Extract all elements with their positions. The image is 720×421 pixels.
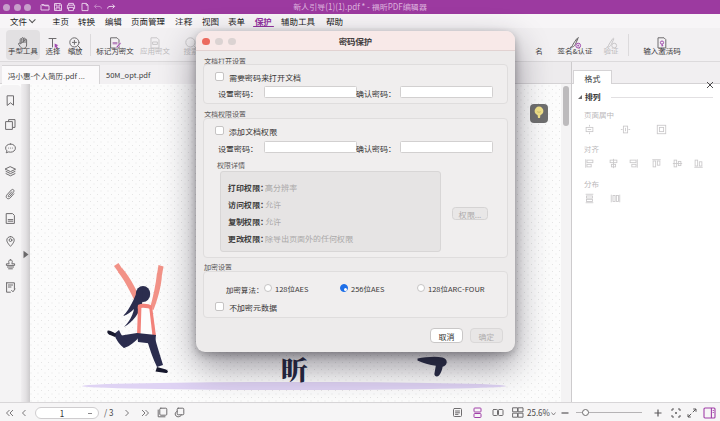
menu-page-management[interactable]: 页面管理 [131, 14, 165, 28]
tool-label: 签名&认证 [556, 46, 594, 55]
tool-label: 选择 [43, 46, 63, 55]
menu-edit[interactable]: 编辑 [105, 14, 122, 28]
align-middle-icon[interactable] [672, 158, 683, 169]
page-number-input[interactable]: 1 [35, 407, 99, 419]
document-tab-active[interactable]: 冯小惠-个人简历.pdf ... [2, 65, 100, 84]
align-right-icon[interactable] [628, 158, 639, 169]
confirm-password-input[interactable] [400, 141, 493, 153]
align-left-icon[interactable] [584, 158, 595, 169]
fit-page-icon[interactable] [671, 408, 681, 418]
bookmark-icon[interactable] [4, 94, 17, 107]
pages-icon[interactable] [4, 118, 17, 131]
checkbox-label: 不加密元数据 [229, 302, 277, 313]
zoom-tool-button[interactable]: 缩放 [65, 30, 85, 60]
undo-icon[interactable] [93, 2, 103, 12]
sign-button-partial[interactable]: 名 [530, 30, 548, 60]
radio-256-aes[interactable] [340, 284, 348, 292]
distribute-vertical-icon[interactable] [584, 193, 595, 204]
first-page-icon[interactable] [5, 409, 14, 417]
menu-view[interactable]: 视图 [202, 14, 219, 28]
single-page-icon[interactable] [452, 407, 463, 418]
menu-help[interactable]: 帮助 [326, 14, 343, 28]
layers-icon[interactable] [4, 165, 17, 178]
align-top-icon[interactable] [651, 158, 662, 169]
activation-code-button[interactable]: 输入激活码 [637, 30, 687, 60]
close-icon[interactable] [706, 70, 714, 78]
checkbox-label: 需要密码来打开文档 [229, 72, 301, 83]
tool-label: 名 [530, 46, 548, 55]
scrollbar-thumb[interactable] [563, 86, 569, 126]
snapshot-icon[interactable] [157, 407, 168, 418]
tool-label: 验证 [598, 46, 624, 55]
redact-apply-button[interactable]: 应用密文 [138, 30, 172, 60]
select-tool-button[interactable]: 选择 [43, 30, 63, 60]
no-metadata-checkbox[interactable] [215, 302, 224, 311]
tool-label: 输入激活码 [637, 46, 687, 55]
expand-arrow-icon[interactable] [22, 240, 29, 249]
document-icon[interactable] [4, 212, 17, 225]
redo-icon[interactable] [106, 2, 116, 12]
verify-button[interactable]: 验证 [598, 30, 624, 60]
perm-row-value: 允许 [265, 216, 281, 227]
center-horizontal-icon[interactable] [584, 124, 595, 135]
continuous-facing-icon[interactable] [512, 407, 524, 418]
format-tab[interactable]: 格式 [573, 70, 612, 84]
collapse-triangle-icon[interactable] [578, 95, 582, 99]
checkbox-label: 添加文档权限 [229, 126, 277, 137]
reader-mode-icon[interactable] [703, 407, 716, 419]
stamp-icon[interactable] [4, 258, 17, 271]
hand-tool-button[interactable]: 手型工具 [6, 30, 40, 60]
section-divider [611, 97, 713, 98]
page-number-value: 1 [36, 408, 88, 420]
permission-button[interactable]: 权限... [452, 207, 488, 220]
redact-mark-button[interactable]: 标记为密文 [96, 30, 134, 60]
distribute-horizontal-icon[interactable] [610, 193, 621, 204]
radio-128-arc-four[interactable] [417, 284, 425, 292]
vertical-scrollbar[interactable] [561, 84, 571, 402]
align-bottom-icon[interactable] [693, 158, 704, 169]
destination-pin-icon[interactable] [4, 235, 17, 248]
facing-page-icon[interactable] [492, 407, 504, 418]
set-password-input[interactable] [264, 141, 357, 153]
sign-icon [532, 31, 546, 45]
require-password-checkbox[interactable] [215, 72, 224, 81]
menu-comment[interactable]: 注释 [175, 14, 192, 28]
hint-button[interactable] [530, 104, 548, 123]
menu-convert[interactable]: 转换 [78, 14, 95, 28]
tool-label: 缩放 [65, 46, 85, 55]
set-password-input[interactable] [264, 86, 357, 98]
open-icon[interactable] [40, 2, 50, 12]
new-doc-icon[interactable] [80, 2, 90, 12]
zoom-dropdown-caret[interactable] [551, 412, 556, 416]
sign-certify-button[interactable]: 签名&认证 [556, 30, 594, 60]
comments-icon[interactable] [4, 142, 17, 155]
confirm-password-input[interactable] [400, 86, 493, 98]
ok-button[interactable]: 确定 [470, 328, 503, 343]
print-icon[interactable] [66, 2, 76, 12]
next-page-icon[interactable] [124, 409, 130, 417]
save-icon[interactable] [53, 2, 63, 12]
clipboard-icon[interactable] [174, 407, 185, 418]
continuous-page-icon[interactable] [472, 407, 483, 418]
center-vertical-icon[interactable] [620, 124, 631, 135]
form-field-icon[interactable] [4, 281, 17, 294]
add-permission-checkbox[interactable] [215, 126, 224, 135]
center-both-icon[interactable] [656, 124, 667, 135]
zoom-slider-knob[interactable] [582, 409, 589, 416]
zoom-in-icon[interactable] [654, 409, 662, 417]
radio-label: 128位AES [275, 285, 308, 294]
sign-certify-icon [568, 31, 582, 45]
menu-accessibility[interactable]: 辅助工具 [281, 14, 315, 28]
zoom-out-icon[interactable] [561, 412, 569, 414]
zoom-level-label[interactable]: 25.6% [527, 403, 550, 421]
align-center-icon[interactable] [608, 158, 619, 169]
radio-128-aes[interactable] [264, 284, 272, 292]
attachment-icon[interactable] [4, 188, 17, 201]
menu-home[interactable]: 主页 [52, 14, 69, 28]
fullscreen-icon[interactable] [687, 408, 697, 418]
cancel-button[interactable]: 取消 [430, 328, 463, 343]
last-page-icon[interactable] [141, 409, 150, 417]
menu-form[interactable]: 表单 [228, 14, 245, 28]
prev-page-icon[interactable] [21, 409, 27, 417]
menu-file[interactable]: 文件 [10, 14, 34, 28]
